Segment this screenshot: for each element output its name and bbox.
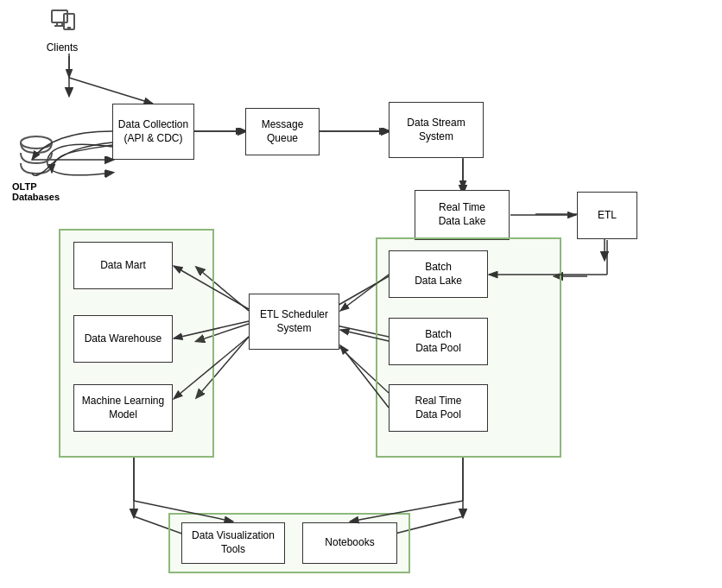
- realtime-data-pool-box: Real Time Data Pool: [389, 384, 488, 432]
- svg-point-25: [21, 136, 52, 149]
- oltp-icon: OLTPDatabases: [12, 134, 60, 202]
- ml-model-box: Machine Learning Model: [73, 384, 173, 432]
- batch-data-lake-box: Batch Data Lake: [389, 250, 488, 298]
- oltp-label: OLTPDatabases: [12, 181, 60, 202]
- data-collection-box: Data Collection (API & CDC): [112, 104, 194, 160]
- svg-rect-19: [52, 10, 67, 22]
- notebooks-box: Notebooks: [302, 522, 397, 564]
- svg-line-28: [69, 78, 153, 104]
- etl-box: ETL: [577, 192, 637, 239]
- etl-scheduler-box: ETL Scheduler System: [249, 294, 339, 350]
- clients-icon: Clients: [45, 7, 79, 54]
- data-mart-box: Data Mart: [73, 242, 173, 289]
- data-viz-box: Data Visualization Tools: [181, 522, 285, 564]
- clients-label: Clients: [47, 41, 79, 54]
- data-stream-system-box: Data Stream System: [389, 102, 484, 158]
- batch-data-pool-box: Batch Data Pool: [389, 318, 488, 365]
- real-time-data-lake-box: Real Time Data Lake: [415, 190, 510, 240]
- diagram: Clients OLTPDatabases Data Collection (A…: [0, 0, 722, 588]
- message-queue-box: Message Queue: [245, 108, 320, 155]
- data-warehouse-box: Data Warehouse: [73, 315, 173, 363]
